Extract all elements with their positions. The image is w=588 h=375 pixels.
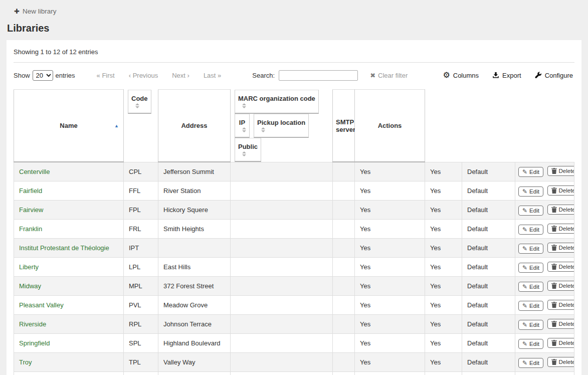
edit-button[interactable]: ✎ Edit <box>518 339 543 349</box>
last-page-link[interactable]: Last » <box>204 72 221 79</box>
delete-button[interactable]: Delete <box>547 243 574 253</box>
pencil-icon: ✎ <box>522 284 527 290</box>
code-cell: FPL <box>124 201 158 220</box>
library-name-link[interactable]: Riverside <box>19 320 46 328</box>
library-name-link[interactable]: Pleasant Valley <box>19 301 64 309</box>
sort-icon <box>261 127 305 132</box>
actions-cell: ✎ Edit Delete <box>515 296 574 315</box>
code-cell: CPL <box>124 162 158 181</box>
delete-label: Delete <box>559 188 574 194</box>
delete-button[interactable]: Delete <box>547 224 574 234</box>
address-cell: Hickory Squere <box>158 201 231 220</box>
library-name-link[interactable]: Troy <box>19 358 32 366</box>
pickup-location-cell: Yes <box>355 220 425 239</box>
clear-filter-button[interactable]: ✖ Clear filter <box>370 72 408 79</box>
marc-code-cell <box>231 258 333 277</box>
edit-button[interactable]: ✎ Edit <box>518 225 543 235</box>
pencil-icon: ✎ <box>522 265 527 271</box>
edit-button[interactable]: ✎ Edit <box>518 244 543 254</box>
library-name-link[interactable]: Centerville <box>19 168 50 175</box>
configure-button[interactable]: Configure <box>535 72 573 79</box>
smtp-server-cell: Default <box>462 353 515 372</box>
pickup-location-cell: Yes <box>355 258 425 277</box>
plus-icon: ✚ <box>14 8 20 15</box>
public-cell: Yes <box>425 334 462 353</box>
pickup-location-cell: Yes <box>355 277 425 296</box>
edit-button[interactable]: ✎ Edit <box>518 186 543 197</box>
edit-button[interactable]: ✎ Edit <box>518 263 543 273</box>
public-cell: Yes <box>425 353 462 372</box>
edit-button[interactable]: ✎ Edit <box>518 320 543 330</box>
next-page-link[interactable]: Next › <box>172 72 189 79</box>
code-cell: TPL <box>124 353 158 372</box>
edit-button[interactable]: ✎ Edit <box>518 301 543 311</box>
delete-button[interactable]: Delete <box>547 357 574 367</box>
sort-icon <box>242 151 258 156</box>
edit-label: Edit <box>529 265 539 271</box>
pickup-location-cell: Yes <box>355 201 425 220</box>
edit-label: Edit <box>529 322 539 328</box>
code-cell: FFL <box>124 181 158 201</box>
entries-info-top: Showing 1 to 12 of 12 entries <box>14 40 574 63</box>
marc-code-cell <box>231 334 333 353</box>
table-row: Springfield SPL Highland Boulevard Yes Y… <box>14 334 574 353</box>
export-button[interactable]: Export <box>492 72 521 79</box>
columns-button[interactable]: ⚙ Columns <box>443 71 479 79</box>
edit-button[interactable]: ✎ Edit <box>518 206 543 216</box>
column-header[interactable]: Pickup location ▲ <box>254 114 309 138</box>
delete-button[interactable]: Delete <box>547 166 574 176</box>
new-library-label: New library <box>23 8 57 15</box>
page-length-select[interactable]: 20 <box>33 70 53 81</box>
marc-code-cell <box>231 181 333 201</box>
library-name-link[interactable]: Midway <box>19 282 41 290</box>
page-length-group: Show 20 entries <box>14 70 75 81</box>
column-header: SMTP server ▲ <box>333 90 355 162</box>
sort-icon <box>135 103 148 108</box>
column-header[interactable]: Public ▲ <box>235 138 261 162</box>
column-header-label: Pickup location <box>257 119 305 126</box>
delete-label: Delete <box>559 207 574 213</box>
edit-label: Edit <box>529 284 539 290</box>
delete-button[interactable]: Delete <box>547 205 574 215</box>
library-name-link[interactable]: Franklin <box>19 225 42 233</box>
delete-button[interactable]: Delete <box>547 319 574 329</box>
delete-button[interactable]: Delete <box>547 281 574 291</box>
page-title: Libraries <box>7 23 588 34</box>
delete-button[interactable]: Delete <box>547 338 574 348</box>
column-header[interactable]: IP ▲ <box>235 114 250 138</box>
previous-page-link[interactable]: ‹ Previous <box>129 72 158 79</box>
search-group: Search: <box>252 70 358 81</box>
search-input[interactable] <box>279 70 358 81</box>
column-header[interactable]: Code ▲ <box>128 90 151 114</box>
sort-asc-icon: ▲ <box>114 123 119 128</box>
column-header[interactable]: MARC organization code ▲ <box>235 90 319 114</box>
delete-label: Delete <box>559 321 574 327</box>
library-name-link[interactable]: Institut Protestant de Théologie <box>19 244 109 252</box>
delete-button[interactable]: Delete <box>547 185 574 196</box>
edit-button[interactable]: ✎ Edit <box>518 167 543 177</box>
actions-cell: ✎ Edit Delete <box>515 334 574 353</box>
library-name-link[interactable]: Fairview <box>19 206 43 214</box>
column-header[interactable]: Name ▲ <box>14 90 124 162</box>
edit-button[interactable]: ✎ Edit <box>518 282 543 292</box>
new-library-button[interactable]: ✚ New library <box>14 8 56 15</box>
first-page-link[interactable]: « First <box>97 72 115 79</box>
top-toolbar: ✚ New library <box>0 0 588 20</box>
column-header: Actions ▲ <box>355 90 425 162</box>
ip-cell <box>333 239 355 258</box>
delete-button[interactable]: Delete <box>547 300 574 310</box>
smtp-server-cell: Default <box>462 162 515 181</box>
marc-code-cell <box>231 220 333 239</box>
address-cell: River Station <box>158 181 231 201</box>
library-name-link[interactable]: Springfield <box>19 339 50 347</box>
pickup-location-cell: Yes <box>355 239 425 258</box>
library-name-link[interactable]: Liberty <box>19 263 39 271</box>
delete-button[interactable]: Delete <box>547 262 574 272</box>
library-name-link[interactable]: Fairfield <box>19 187 42 195</box>
trash-icon <box>551 283 557 289</box>
trash-icon <box>551 321 557 327</box>
edit-button[interactable]: ✎ Edit <box>518 358 543 368</box>
ip-cell <box>333 277 355 296</box>
pickup-location-cell: Yes <box>355 181 425 201</box>
public-cell: Yes <box>425 220 462 239</box>
